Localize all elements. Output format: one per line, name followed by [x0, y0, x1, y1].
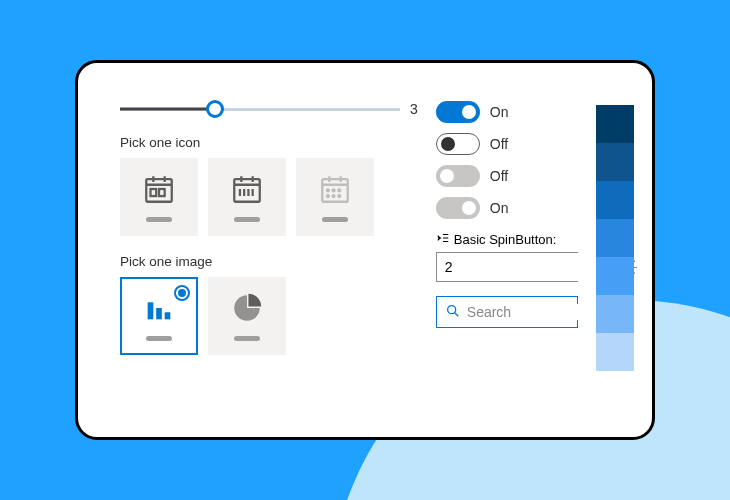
- toggle-label: On: [490, 104, 509, 120]
- toggle-off-outlined[interactable]: [436, 133, 480, 155]
- toggle-knob: [462, 105, 476, 119]
- calendar-week-icon: [142, 172, 176, 209]
- svg-point-9: [333, 195, 335, 197]
- middle-column: On Off Off On Basic SpinButton: ▲ ▼: [436, 101, 578, 417]
- toggle-knob: [440, 169, 454, 183]
- toggle-knob: [441, 137, 455, 151]
- color-swatch[interactable]: [596, 257, 634, 295]
- svg-point-7: [338, 189, 340, 191]
- svg-point-10: [338, 195, 340, 197]
- toggle-row-2: Off: [436, 133, 578, 155]
- tile-underline: [146, 217, 172, 222]
- color-swatch[interactable]: [596, 181, 634, 219]
- swatch-column: [596, 101, 634, 417]
- icon-tile-calendar-grid[interactable]: [296, 158, 374, 236]
- svg-point-5: [327, 189, 329, 191]
- toggle-on-primary[interactable]: [436, 101, 480, 123]
- svg-point-6: [333, 189, 335, 191]
- icon-tile-calendar-week[interactable]: [120, 158, 198, 236]
- search-icon: [445, 303, 461, 322]
- image-tile-row: [120, 277, 418, 355]
- color-swatch[interactable]: [596, 295, 634, 333]
- tile-underline: [146, 336, 172, 341]
- pie-chart-icon: [230, 291, 264, 328]
- toggle-label: Off: [490, 136, 508, 152]
- toggle-row-3: Off: [436, 165, 578, 187]
- color-swatch[interactable]: [596, 219, 634, 257]
- slider-thumb[interactable]: [206, 100, 224, 118]
- toggle-off-disabled[interactable]: [436, 165, 480, 187]
- selected-radio-icon: [174, 285, 190, 301]
- slider-value: 3: [410, 101, 418, 117]
- svg-rect-12: [156, 308, 162, 319]
- svg-rect-2: [159, 189, 165, 196]
- color-swatch[interactable]: [596, 143, 634, 181]
- component-card: 3 Pick one icon Pic: [75, 60, 655, 440]
- spinbutton[interactable]: ▲ ▼: [436, 252, 578, 282]
- icon-picker-label: Pick one icon: [120, 135, 418, 150]
- calendar-month-icon: [230, 172, 264, 209]
- bar-chart-icon: [142, 291, 176, 328]
- toggle-knob: [462, 201, 476, 215]
- svg-point-8: [327, 195, 329, 197]
- left-column: 3 Pick one icon Pic: [120, 101, 418, 417]
- color-swatch[interactable]: [596, 333, 634, 371]
- image-tile-bar-chart[interactable]: [120, 277, 198, 355]
- search-box[interactable]: [436, 296, 578, 328]
- svg-rect-11: [148, 302, 154, 319]
- toggle-on-disabled[interactable]: [436, 197, 480, 219]
- toggle-row-1: On: [436, 101, 578, 123]
- icon-tile-calendar-month[interactable]: [208, 158, 286, 236]
- tile-underline: [322, 217, 348, 222]
- image-picker-label: Pick one image: [120, 254, 418, 269]
- svg-rect-13: [165, 312, 171, 319]
- svg-rect-3: [234, 179, 260, 202]
- slider-row: 3: [120, 101, 418, 117]
- color-swatch[interactable]: [596, 105, 634, 143]
- toggle-label: Off: [490, 168, 508, 184]
- svg-point-14: [447, 305, 455, 313]
- svg-rect-1: [151, 189, 157, 196]
- spinbutton-label-row: Basic SpinButton:: [436, 231, 578, 248]
- image-tile-pie-chart[interactable]: [208, 277, 286, 355]
- toggle-row-4: On: [436, 197, 578, 219]
- spinbutton-label: Basic SpinButton:: [454, 232, 557, 247]
- tile-underline: [234, 336, 260, 341]
- tile-underline: [234, 217, 260, 222]
- calendar-grid-icon: [318, 172, 352, 209]
- icon-tile-row: [120, 158, 418, 236]
- indent-icon: [436, 231, 450, 248]
- slider-track-filled: [120, 108, 215, 111]
- slider[interactable]: [120, 101, 400, 117]
- toggle-label: On: [490, 200, 509, 216]
